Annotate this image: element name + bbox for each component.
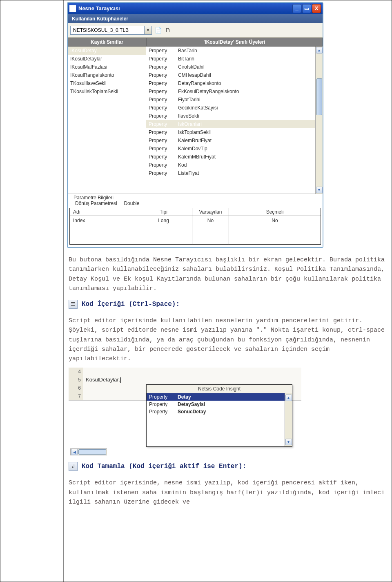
code-insight-screenshot: 4567 KosulDetaylar. Netsis Code Insight … xyxy=(69,368,301,455)
list-item[interactable]: PropertyDetay xyxy=(147,393,285,401)
return-parameter-row: Dönüş Parametresi Double xyxy=(69,201,321,206)
col-tipi: Tipi xyxy=(135,208,192,216)
chevron-down-icon[interactable]: ▼ xyxy=(144,26,151,34)
section-heading-1: ☰ Kod İçeriği (Ctrl-Space): xyxy=(69,300,387,309)
list-item[interactable]: IKosulMalFazlasi xyxy=(68,63,146,71)
scroll-up-icon[interactable]: ▲ xyxy=(316,47,323,54)
complete-icon: ↲ xyxy=(69,462,78,471)
col-varsayilan: Varsayılan xyxy=(192,208,229,216)
list-item[interactable]: TKosulIlaveSekli xyxy=(68,79,146,87)
parameter-panel: Parametre Bilgileri Dönüş Parametresi Do… xyxy=(68,194,323,247)
list-item[interactable]: IKosulDetay xyxy=(68,47,146,55)
columns-header: Kayıtlı Sınıflar 'IKosulDetay' Sınıfı Üy… xyxy=(68,38,323,47)
page: Nesne Tarayıcısı _ ▭ X Kullanılan Kütüph… xyxy=(0,0,392,582)
table-row: Index Long No No xyxy=(70,216,321,245)
list-item[interactable]: PropertyKod xyxy=(146,161,315,169)
list-item[interactable]: PropertyIskOranlari xyxy=(146,120,315,128)
list-item[interactable]: PropertyDetayRangeIskonto xyxy=(146,79,315,87)
list-item[interactable]: PropertyFiyatTarihi xyxy=(146,96,315,104)
scroll-down-icon[interactable]: ▼ xyxy=(316,187,323,193)
app-icon xyxy=(69,5,76,12)
window-buttons: _ ▭ X xyxy=(292,4,321,13)
scroll-left-icon[interactable]: ◀ xyxy=(71,449,78,455)
parameter-panel-title: Parametre Bilgileri xyxy=(69,195,321,201)
list-item[interactable]: PropertyCiroIskDahil xyxy=(146,63,315,71)
list-item[interactable]: PropertyBasTarih xyxy=(146,47,315,55)
code-insight-popup[interactable]: Netsis Code Insight PropertyDetayPropert… xyxy=(146,384,292,447)
cell-secmeli: No xyxy=(229,216,321,245)
scroll-track[interactable] xyxy=(316,54,322,186)
line-gutter: 4567 xyxy=(69,368,83,400)
library-input[interactable] xyxy=(71,26,144,34)
scroll-down-icon[interactable]: ▼ xyxy=(285,439,292,445)
titlebar[interactable]: Nesne Tarayıcısı _ ▭ X xyxy=(68,3,323,14)
list-item[interactable]: PropertyListeFiyat xyxy=(146,169,315,177)
list-item[interactable]: PropertyKalemBrutFiyat xyxy=(146,136,315,145)
paragraph-2: Script editor içerisinde kullanılabilen … xyxy=(69,316,387,363)
new-doc-icon[interactable]: 🗋 xyxy=(164,27,172,34)
heading-1-text: Kod İçeriği (Ctrl-Space): xyxy=(82,301,180,308)
paragraph-3: Script editor içerisinde, nesne ismi yaz… xyxy=(69,478,387,507)
classes-header: Kayıtlı Sınıflar xyxy=(68,38,146,47)
heading-2-text: Kod Tamamla (Kod içeriği aktif ise Enter… xyxy=(82,463,246,470)
list-item[interactable]: IKosulRangeIskonto xyxy=(68,71,146,79)
parameter-table: Adı Tipi Varsayılan Seçmeli Index Long N… xyxy=(69,208,321,245)
minimize-button[interactable]: _ xyxy=(292,4,301,13)
library-combobox[interactable]: ▼ xyxy=(70,26,152,35)
close-button[interactable]: X xyxy=(312,4,321,13)
copy-icon[interactable]: 📄 xyxy=(154,27,162,34)
popup-title: Netsis Code Insight xyxy=(147,385,292,393)
col-secmeli: Seçmeli xyxy=(229,208,321,216)
list-item[interactable]: PropertyCMHesapDahil xyxy=(146,71,315,79)
classes-list[interactable]: IKosulDetayIKosulDetaylarIKosulMalFazlas… xyxy=(68,47,146,194)
caret-icon xyxy=(120,377,121,383)
col-adi: Adı xyxy=(70,208,135,216)
cell-tipi: Long xyxy=(135,216,192,245)
members-pane: PropertyBasTarihPropertyBitTarihProperty… xyxy=(146,47,323,194)
popup-scrollbar[interactable]: ▲ ▼ xyxy=(285,393,292,446)
list-item[interactable]: PropertyIlaveSekli xyxy=(146,112,315,120)
popup-list[interactable]: PropertyDetayPropertyDetaySayisiProperty… xyxy=(147,393,285,446)
scroll-up-icon[interactable]: ▲ xyxy=(285,395,292,401)
vertical-scrollbar[interactable]: ▲ ▼ xyxy=(315,47,323,194)
list-item[interactable]: PropertySonucDetay xyxy=(147,408,285,415)
window-title: Nesne Tarayıcısı xyxy=(78,5,292,11)
list-icon: ☰ xyxy=(69,300,78,309)
members-header: 'IKosulDetay' Sınıfı Üyeleri xyxy=(146,38,323,47)
code-text: KosulDetaylar. xyxy=(86,377,120,383)
scroll-thumb[interactable] xyxy=(316,78,322,115)
list-item[interactable]: PropertyKalemMBrutFiyat xyxy=(146,153,315,161)
panes: IKosulDetayIKosulDetaylarIKosulMalFazlas… xyxy=(68,47,323,194)
horizontal-scrollbar[interactable]: ◀ xyxy=(70,448,107,455)
return-label: Dönüş Parametresi xyxy=(75,201,117,206)
cell-adi: Index xyxy=(70,216,135,245)
popup-body: PropertyDetayPropertyDetaySayisiProperty… xyxy=(147,393,292,446)
subheader: Kullanılan Kütüphaneler xyxy=(68,14,323,23)
list-item[interactable]: PropertyIskToplamSekli xyxy=(146,128,315,136)
section-heading-2: ↲ Kod Tamamla (Kod içeriği aktif ise Ent… xyxy=(69,462,387,471)
list-item[interactable]: PropertyKalemDovTip xyxy=(146,145,315,153)
content-column: Nesne Tarayıcısı _ ▭ X Kullanılan Kütüph… xyxy=(64,0,392,582)
list-item[interactable]: PropertyGecikmeKatSayisi xyxy=(146,104,315,112)
object-browser-window: Nesne Tarayıcısı _ ▭ X Kullanılan Kütüph… xyxy=(67,2,323,248)
list-item[interactable]: TKosulIskToplamSekli xyxy=(68,87,146,96)
list-item[interactable]: PropertyBitTarih xyxy=(146,55,315,63)
maximize-button[interactable]: ▭ xyxy=(302,4,311,13)
scroll-thumb[interactable] xyxy=(78,449,106,455)
toolbar: ▼ 📄 🗋 xyxy=(68,23,323,38)
list-item[interactable]: PropertyEkKosulDetayRangeIskonto xyxy=(146,87,315,96)
return-type: Double xyxy=(124,201,139,206)
paragraph-1: Bu butona basıldığında Nesne Tarayıcısı … xyxy=(69,255,387,293)
left-margin-column xyxy=(0,0,64,582)
list-item[interactable]: PropertyDetaySayisi xyxy=(147,401,285,408)
list-item[interactable]: IKosulDetaylar xyxy=(68,55,146,63)
cell-varsayilan: No xyxy=(192,216,229,245)
members-list[interactable]: PropertyBasTarihPropertyBitTarihProperty… xyxy=(146,47,315,194)
